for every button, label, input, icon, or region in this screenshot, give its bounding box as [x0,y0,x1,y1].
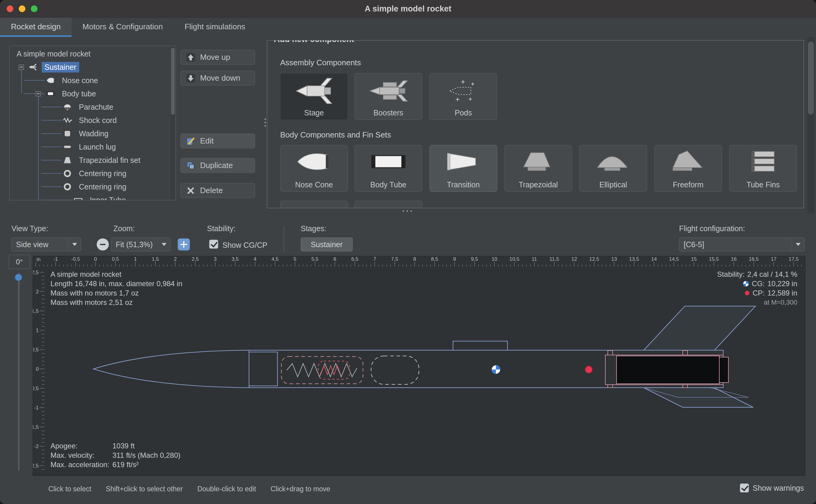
vertical-splitter-grip[interactable] [264,118,266,128]
ruler-label: 6 [333,256,336,262]
component-button-elliptical[interactable]: Elliptical [579,145,647,192]
panel-scrollbar-thumb[interactable] [808,41,814,115]
nose-cone-label: Nose Cone [280,180,348,189]
tree-item-parachute[interactable]: Parachute [76,102,116,112]
ruler-label: -1 [53,256,58,262]
cg-marker [491,365,500,374]
ruler-label: -2,5 [33,463,39,469]
rocket-design-canvas[interactable]: -1-0,500,511,522,533,544,555,566,577,588… [33,256,805,476]
component-button-trapezoidal[interactable]: Trapezoidal [504,145,572,192]
nose-shoulder-shape[interactable] [249,352,277,386]
elliptical-label: Elliptical [580,180,647,189]
ruler-label: 0,5 [33,347,39,353]
stage-sustainer-toggle[interactable]: Sustainer [301,237,353,251]
hint-click: Click to select [48,485,91,493]
tree-item-centering-ring[interactable]: Centering ring [76,182,129,192]
tree-item-wadding[interactable]: Wadding [76,128,111,139]
body-components-label: Body Components and Fin Sets [280,130,391,140]
tree-item-trapezoidal-fin-set[interactable]: Trapezoidal fin set [76,155,143,166]
tree-item-inner-tube[interactable]: Inner Tube [87,195,129,200]
tree-row[interactable]: Centering ring [10,180,176,193]
move-down-button[interactable]: Move down [180,71,255,86]
tree-row[interactable]: A simple model rocket [10,47,176,60]
tree-row[interactable]: Parachute [10,100,176,114]
centering-ring-fwd-bottom[interactable] [608,385,613,388]
component-button-partial[interactable] [355,201,422,208]
tree-item-sustainer[interactable]: Sustainer [42,62,79,73]
zoom-dropdown[interactable]: Fit (51,3%) [111,237,170,251]
zoom-out-button[interactable] [97,238,109,250]
edit-button[interactable]: Edit [180,134,255,148]
centering-ring-fwd-top[interactable] [608,351,613,355]
panel-scrollbar[interactable] [807,37,814,213]
ruler-label: 1 [36,328,39,333]
ruler-label: -1,5 [33,424,39,430]
zoom-in-button[interactable] [178,238,190,250]
launch-lug-shape[interactable] [453,341,507,350]
rocket-mass-motors: Mass with motors 2,51 oz [50,298,182,307]
tab-rocket-design[interactable]: Rocket design [0,18,72,37]
flight-configuration-label: Flight configuration: [679,224,745,233]
status-hints: Click to select Shift+click to select ot… [48,485,330,493]
rotation-slider-track[interactable] [18,273,20,471]
trapezoidal-label: Trapezoidal [505,180,572,189]
component-button-tube-fins[interactable]: Tube Fins [729,145,797,192]
tree-item-nose-cone[interactable]: Nose cone [59,75,101,86]
component-button-stage[interactable]: Stage [280,73,348,120]
tree-item-launch-lug[interactable]: Launch lug [76,142,118,152]
tree-item-a-simple-model-rocket[interactable]: A simple model rocket [14,49,93,59]
tree-row[interactable]: Trapezoidal fin set [10,153,176,167]
flight-configuration-dropdown[interactable]: [C6-5] [679,237,805,251]
pods-icon [441,76,486,106]
tree-row[interactable]: Inner Tube [10,193,176,200]
wadding-outline[interactable] [371,356,419,384]
rotation-angle-indicator: 0° [9,255,30,269]
arrow-down-icon [186,74,195,83]
component-button-transition[interactable]: Transition [429,145,497,192]
motor-shape[interactable] [617,356,719,384]
flight-configuration-value: [C6-5] [684,240,704,249]
tree-row[interactable]: Wadding [10,127,176,140]
component-button-freeform[interactable]: Freeform [654,145,722,192]
fin-upper-shape[interactable] [644,306,756,350]
component-button-body-tube[interactable]: Body Tube [355,145,422,192]
hint-double-click: Double-click to edit [197,485,256,493]
tree-row[interactable]: Body tube [10,87,176,100]
shock-cord-red-zigzag[interactable] [321,366,341,375]
ruler-label: 0 [94,256,97,262]
rotation-slider-thumb[interactable] [15,274,22,281]
move-up-button[interactable]: Move up [180,50,255,65]
component-button-pods[interactable]: Pods [429,73,497,120]
tree-row[interactable]: Launch lug [10,140,176,153]
ruler-label: -0,5 [33,386,39,391]
delete-button[interactable]: Delete [180,183,255,198]
tab-motors-configuration[interactable]: Motors & Configuration [72,18,174,37]
tree-row[interactable]: Centering ring [10,167,176,180]
tree-item-shock-cord[interactable]: Shock cord [76,115,119,126]
view-type-dropdown[interactable]: Side view [11,237,81,251]
nose-cone-shape[interactable] [93,350,249,388]
tree-row[interactable]: Nose cone [10,74,176,87]
tab-flight-simulations[interactable]: Flight simulations [174,18,256,37]
tree-item-body-tube[interactable]: Body tube [59,89,99,99]
shock-cord-outline[interactable] [318,361,350,379]
tree-row[interactable]: Shock cord [10,114,176,127]
centering-ring-aft-bottom[interactable] [683,385,688,388]
tree-row[interactable]: Sustainer [10,60,176,74]
shock-cord-zigzag[interactable] [287,363,357,377]
show-warnings-checkbox[interactable] [740,483,749,493]
tube-icon [74,195,83,200]
centering-ring-aft-top[interactable] [683,351,688,355]
component-tree[interactable]: A simple model rocketSustainerNose coneB… [9,46,176,200]
component-button-nose-cone[interactable]: Nose Cone [280,145,348,192]
tree-item-centering-ring[interactable]: Centering ring [76,168,129,179]
ruler-label: in [37,257,40,262]
show-cgcp-checkbox[interactable] [209,240,218,249]
stability-line: Stability:2,4 cal / 14,1 % [717,270,797,279]
component-button-boosters[interactable]: Boosters [355,73,422,120]
flight-stats-block: Apogee:1039 ft Max. velocity:311 ft/s (M… [50,441,180,469]
duplicate-button[interactable]: Duplicate [180,158,255,173]
motor-nozzle-shape[interactable] [719,357,728,383]
horizontal-splitter-grip[interactable] [403,210,412,212]
component-button-partial[interactable] [280,201,348,208]
